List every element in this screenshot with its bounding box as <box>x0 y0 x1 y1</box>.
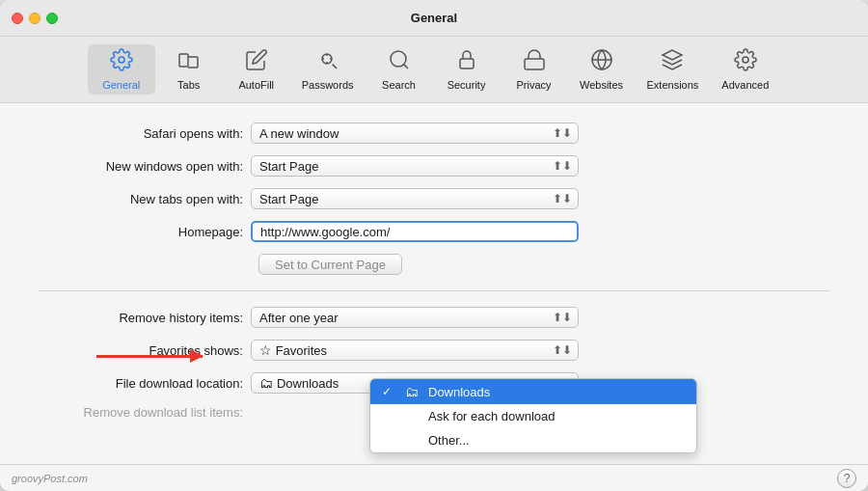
tabs-icon <box>177 48 201 75</box>
extensions-icon <box>661 48 684 75</box>
toolbar-item-extensions[interactable]: Extensions <box>636 44 711 95</box>
remove-history-label: Remove history items: <box>39 311 251 325</box>
toolbar-item-advanced[interactable]: Advanced <box>710 44 780 95</box>
dropdown-item-ask[interactable]: Ask for each download <box>370 404 696 428</box>
svg-point-0 <box>119 57 124 63</box>
homepage-input[interactable] <box>251 221 579 242</box>
extensions-label: Extensions <box>647 79 699 91</box>
homepage-label: Homepage: <box>39 225 251 239</box>
toolbar-item-passwords[interactable]: Passwords <box>290 44 366 95</box>
security-icon <box>455 48 478 75</box>
security-label: Security <box>448 79 486 91</box>
privacy-label: Privacy <box>516 79 551 91</box>
favorites-value: ☆ Favorites <box>259 342 327 358</box>
homepage-control <box>251 221 579 242</box>
toolbar-item-privacy[interactable]: Privacy <box>501 44 568 95</box>
toolbar-item-websites[interactable]: Websites <box>568 44 636 95</box>
tabs-label: Tabs <box>177 79 200 91</box>
check-icon: ✓ <box>382 385 395 398</box>
safari-opens-value: A new window <box>259 126 339 141</box>
new-windows-row: New windows open with: Start Page ⬆⬇ <box>0 155 868 177</box>
search-icon <box>388 48 411 75</box>
branding-label: groovyPost.com <box>12 473 88 484</box>
safari-opens-select[interactable]: A new window ⬆⬇ <box>251 123 579 144</box>
traffic-lights <box>12 13 58 24</box>
window-title: General <box>411 11 457 25</box>
general-label: General <box>102 79 140 91</box>
svg-rect-10 <box>460 59 474 68</box>
remove-history-control: After one year ⬆⬇ <box>251 307 579 328</box>
advanced-label: Advanced <box>721 79 769 91</box>
btn-row-inner: Set to Current Page <box>258 254 402 275</box>
safari-opens-control: A new window ⬆⬇ <box>251 123 579 144</box>
downloads-folder-icon: 🗂 <box>403 384 420 399</box>
file-download-label: File download location: <box>39 376 251 391</box>
main-content: Safari opens with: A new window ⬆⬇ New w… <box>0 103 868 464</box>
help-button[interactable]: ? <box>837 469 856 488</box>
new-tabs-row: New tabs open with: Start Page ⬆⬇ <box>0 188 868 209</box>
new-windows-label: New windows open with: <box>39 159 251 174</box>
svg-point-14 <box>743 57 748 63</box>
new-windows-value: Start Page <box>259 159 318 174</box>
arrow-annotation <box>96 355 203 358</box>
passwords-icon <box>316 48 339 75</box>
homepage-row: Homepage: <box>0 221 868 242</box>
dropdown-item-other[interactable]: Other... <box>370 428 696 452</box>
privacy-icon <box>523 48 546 75</box>
safari-opens-chevron: ⬆⬇ <box>553 126 572 140</box>
new-windows-control: Start Page ⬆⬇ <box>251 155 579 177</box>
new-tabs-label: New tabs open with: <box>39 192 251 206</box>
maximize-button[interactable] <box>46 13 58 24</box>
favorites-control: ☆ Favorites ⬆⬇ <box>251 340 579 361</box>
toolbar-item-security[interactable]: Security <box>433 44 501 95</box>
general-icon <box>110 48 133 75</box>
close-button[interactable] <box>12 13 23 24</box>
search-label: Search <box>382 79 416 91</box>
set-current-row: Set to Current Page <box>0 254 868 275</box>
favorites-chevron: ⬆⬇ <box>553 343 572 357</box>
new-windows-select[interactable]: Start Page ⬆⬇ <box>251 155 579 177</box>
remove-history-row: Remove history items: After one year ⬆⬇ <box>0 307 868 328</box>
file-download-value: 🗂 Downloads <box>259 375 339 391</box>
new-tabs-control: Start Page ⬆⬇ <box>251 188 579 209</box>
folder-icon: 🗂 <box>259 375 277 391</box>
new-windows-chevron: ⬆⬇ <box>553 159 572 173</box>
set-current-button[interactable]: Set to Current Page <box>258 254 402 275</box>
passwords-label: Passwords <box>302 79 354 91</box>
svg-line-7 <box>332 65 336 68</box>
star-icon: ☆ <box>259 342 272 358</box>
new-tabs-value: Start Page <box>259 192 318 206</box>
autofill-icon <box>245 48 268 75</box>
svg-rect-1 <box>179 54 188 67</box>
favorites-select[interactable]: ☆ Favorites ⬆⬇ <box>251 340 579 361</box>
autofill-label: AutoFill <box>238 79 274 91</box>
toolbar-item-general[interactable]: General <box>88 44 155 95</box>
toolbar-item-autofill[interactable]: AutoFill <box>223 44 290 95</box>
title-bar: General <box>0 0 868 37</box>
websites-label: Websites <box>580 79 623 91</box>
remove-history-value: After one year <box>259 311 339 325</box>
toolbar-item-search[interactable]: Search <box>366 44 433 95</box>
safari-opens-row: Safari opens with: A new window ⬆⬇ <box>0 123 868 144</box>
arrow-body <box>96 355 203 358</box>
main-window: General General Tabs <box>0 0 868 491</box>
separator-1 <box>39 290 829 291</box>
svg-rect-11 <box>525 59 544 69</box>
toolbar-item-tabs[interactable]: Tabs <box>155 44 223 95</box>
bottom-bar: groovyPost.com ? <box>0 464 868 491</box>
svg-point-8 <box>391 51 406 67</box>
new-tabs-select[interactable]: Start Page ⬆⬇ <box>251 188 579 209</box>
safari-opens-label: Safari opens with: <box>39 126 251 141</box>
ask-label: Ask for each download <box>428 409 556 423</box>
websites-icon <box>590 48 613 75</box>
remove-history-select[interactable]: After one year ⬆⬇ <box>251 307 579 328</box>
downloads-label: Downloads <box>428 385 490 399</box>
dropdown-item-downloads[interactable]: ✓ 🗂 Downloads <box>370 379 696 404</box>
minimize-button[interactable] <box>29 13 41 24</box>
remove-history-chevron: ⬆⬇ <box>553 311 572 324</box>
svg-line-9 <box>403 65 407 68</box>
other-label: Other... <box>428 433 470 448</box>
remove-download-label: Remove download list items: <box>39 405 251 420</box>
advanced-icon <box>734 48 757 75</box>
dropdown-menu: ✓ 🗂 Downloads Ask for each download Othe… <box>369 378 697 453</box>
